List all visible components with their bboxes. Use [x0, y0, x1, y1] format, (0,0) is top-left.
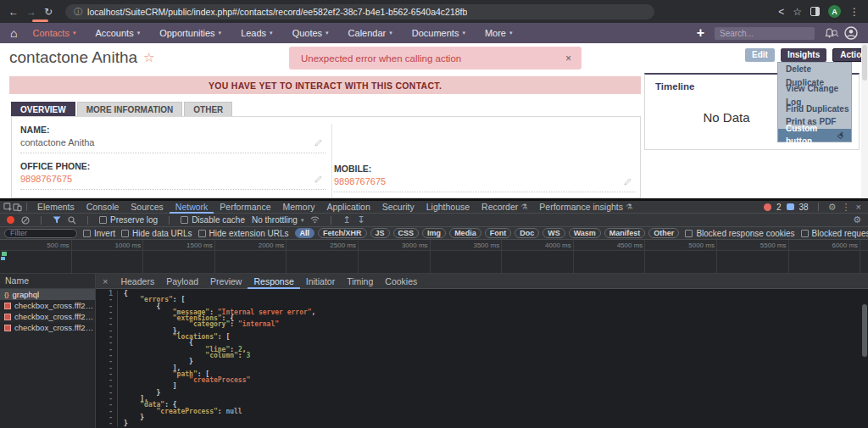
edit-pencil-icon[interactable] — [314, 171, 322, 186]
share-icon[interactable]: < — [778, 6, 784, 18]
field-value[interactable]: 9898767675 — [20, 174, 72, 184]
filter-pill-doc[interactable]: Doc — [515, 228, 539, 238]
filter-funnel-icon[interactable] — [53, 216, 61, 224]
nav-item-documents[interactable]: Documents▾ — [412, 28, 465, 38]
edit-pencil-icon[interactable] — [314, 135, 322, 150]
disable-cache-checkbox[interactable]: Disable cache — [181, 215, 245, 225]
filter-checkbox-blocked-response-cookies[interactable]: Blocked response cookies — [685, 229, 794, 238]
export-har-icon[interactable]: ↧ — [358, 215, 365, 225]
filter-pill-fetch-xhr[interactable]: Fetch/XHR — [318, 228, 367, 238]
response-body[interactable]: 1{- "errors": [- {- "message": "Internal… — [96, 289, 868, 428]
filter-pill-media[interactable]: Media — [449, 228, 481, 238]
nav-item-calendar[interactable]: Calendar▾ — [348, 28, 392, 38]
devtools-tab-recorder[interactable]: Recorder⚗ — [476, 201, 533, 214]
detail-tab-response[interactable]: Response — [248, 274, 299, 289]
request-row[interactable]: checkbox_cross.fff2177fa3ea… — [0, 300, 95, 311]
devtools-tab-elements[interactable]: Elements — [31, 201, 81, 214]
error-badge-icon[interactable] — [764, 203, 771, 211]
filter-checkbox-hide-data-urls[interactable]: Hide data URLs — [121, 229, 192, 238]
tab-more-information[interactable]: MORE INFORMATION — [77, 102, 183, 116]
nav-item-accounts[interactable]: Accounts▾ — [95, 28, 140, 38]
home-icon[interactable]: ⌂ — [10, 27, 17, 39]
request-row[interactable]: checkbox_cross.fff2177fa3ea… — [0, 322, 95, 333]
menu-item-view-change-log[interactable]: View Change Log — [778, 89, 851, 103]
settings-gear-icon[interactable]: ⚙ — [828, 203, 837, 212]
detail-tab-payload[interactable]: Payload — [160, 274, 204, 289]
menu-item-find-duplicates[interactable]: Find Duplicates — [778, 103, 851, 116]
request-row[interactable]: checkbox_cross.fff2177fa3ea… — [0, 311, 95, 322]
nav-item-quotes[interactable]: Quotes▾ — [292, 28, 329, 38]
field-value[interactable]: 9898767675 — [334, 176, 386, 186]
page-scrollbar[interactable] — [861, 43, 868, 198]
close-detail-icon[interactable]: × — [96, 276, 114, 286]
devtools-tab-performance-insights[interactable]: Performance insights⚗ — [533, 201, 638, 214]
browser-profile-avatar[interactable]: A — [828, 5, 841, 18]
devtools-tab-memory[interactable]: Memory — [276, 201, 320, 214]
filter-pill-js[interactable]: JS — [370, 228, 390, 238]
issues-badge-icon[interactable] — [787, 203, 794, 210]
forward-icon[interactable]: → — [26, 6, 36, 18]
devtools-tab-security[interactable]: Security — [376, 201, 420, 214]
tab-other[interactable]: OTHER — [184, 102, 232, 116]
filter-pill-all[interactable]: All — [295, 228, 315, 238]
network-overview-strip[interactable] — [0, 251, 868, 274]
network-conditions-icon[interactable] — [310, 216, 320, 224]
filter-pill-ws[interactable]: WS — [542, 228, 565, 238]
record-network-icon[interactable] — [7, 216, 14, 224]
devtools-tab-performance[interactable]: Performance — [214, 201, 276, 214]
filter-pill-other[interactable]: Other — [648, 228, 679, 238]
back-icon[interactable]: ← — [8, 6, 19, 18]
code-scrollbar-thumb[interactable] — [862, 304, 867, 357]
reload-icon[interactable]: ↻ — [44, 6, 53, 18]
insights-button[interactable]: Insights — [781, 48, 826, 62]
nav-item-opportunities[interactable]: Opportunities▾ — [159, 28, 221, 38]
devtools-menu-icon[interactable]: ⋮ — [842, 203, 851, 212]
filter-checkbox-blocked-requests[interactable]: Blocked requests — [801, 229, 868, 238]
bell-icon[interactable] — [825, 28, 834, 38]
filter-pill-manifest[interactable]: Manifest — [604, 228, 646, 238]
filter-checkbox-hide-extension-urls[interactable]: Hide extension URLs — [198, 229, 289, 238]
filter-pill-css[interactable]: CSS — [393, 228, 420, 238]
detail-tab-headers[interactable]: Headers — [114, 274, 160, 289]
browser-menu-icon[interactable]: ⋮ — [849, 6, 860, 18]
menu-item-delete[interactable]: Delete — [778, 63, 851, 76]
inspect-element-icon[interactable] — [3, 203, 13, 212]
favorite-star-icon[interactable]: ☆ — [143, 50, 154, 65]
import-har-icon[interactable]: ↥ — [342, 215, 350, 225]
menu-item-custom-button[interactable]: Custom button☞ — [778, 129, 851, 142]
search-input[interactable] — [720, 29, 832, 38]
filter-pill-font[interactable]: Font — [485, 228, 512, 238]
devtools-close-icon[interactable]: × — [856, 203, 861, 212]
global-search[interactable] — [715, 27, 815, 40]
device-toolbar-icon[interactable] — [13, 203, 22, 212]
detail-tab-cookies[interactable]: Cookies — [379, 274, 423, 289]
devtools-tab-console[interactable]: Console — [81, 201, 125, 214]
filter-checkbox-invert[interactable]: Invert — [83, 229, 115, 238]
throttling-select[interactable]: No throttling▾ — [252, 215, 303, 225]
detail-tab-preview[interactable]: Preview — [204, 274, 248, 289]
devtools-tab-lighthouse[interactable]: Lighthouse — [420, 201, 476, 214]
scrollbar-thumb[interactable] — [862, 45, 867, 81]
detail-tab-initiator[interactable]: Initiator — [300, 274, 341, 289]
detail-tab-timing[interactable]: Timing — [341, 274, 379, 289]
name-column-header[interactable]: Name — [0, 274, 95, 289]
address-bar[interactable]: ⓘ localhost/SuiteCRM/public/index.php#/c… — [65, 4, 654, 19]
preserve-log-checkbox[interactable]: Preserve log — [99, 215, 158, 225]
browser-panel-icon[interactable] — [810, 7, 820, 16]
edit-button[interactable]: Edit — [745, 48, 775, 62]
request-row[interactable]: {}graphql — [0, 289, 95, 300]
quick-create-icon[interactable]: + — [697, 26, 704, 40]
filter-pill-wasm[interactable]: Wasm — [569, 228, 601, 238]
info-icon[interactable]: ⓘ — [74, 6, 82, 18]
devtools-tab-application[interactable]: Application — [320, 201, 376, 214]
devtools-tab-sources[interactable]: Sources — [125, 201, 170, 214]
bookmark-star-icon[interactable]: ☆ — [793, 6, 802, 18]
network-settings-gear-icon[interactable]: ⚙ — [853, 215, 861, 225]
nav-item-contacts[interactable]: Contacts▾ — [32, 28, 75, 38]
clear-network-icon[interactable] — [21, 216, 30, 225]
edit-pencil-icon[interactable] — [624, 174, 632, 189]
nav-item-more[interactable]: More▾ — [485, 28, 513, 38]
network-search-icon[interactable] — [68, 216, 76, 225]
devtools-tab-network[interactable]: Network — [170, 201, 214, 214]
filter-pill-img[interactable]: Img — [422, 228, 446, 238]
